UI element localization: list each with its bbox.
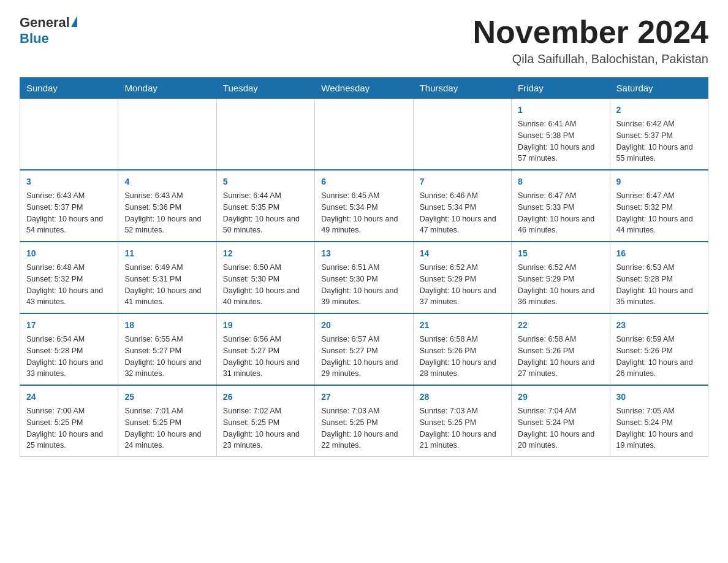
day-info-line: Daylight: 10 hours and 21 minutes. — [420, 429, 505, 452]
calendar-cell: 8Sunrise: 6:47 AMSunset: 5:33 PMDaylight… — [512, 170, 610, 242]
page-header: General Blue November 2024 Qila Saifulla… — [20, 15, 708, 66]
title-block: November 2024 Qila Saifullah, Balochista… — [473, 15, 708, 66]
calendar-cell: 28Sunrise: 7:03 AMSunset: 5:25 PMDayligh… — [413, 385, 511, 457]
calendar-week-row: 24Sunrise: 7:00 AMSunset: 5:25 PMDayligh… — [20, 385, 708, 457]
day-info-line: Sunset: 5:34 PM — [420, 202, 505, 213]
day-number: 16 — [616, 247, 702, 260]
day-info-line: Daylight: 10 hours and 23 minutes. — [223, 429, 308, 452]
day-number: 14 — [420, 247, 505, 260]
logo-blue-text: Blue — [20, 31, 49, 47]
day-info-line: Sunrise: 6:53 AM — [616, 262, 702, 274]
day-info-line: Daylight: 10 hours and 44 minutes. — [616, 213, 702, 237]
calendar-cell: 12Sunrise: 6:50 AMSunset: 5:30 PMDayligh… — [216, 242, 314, 313]
day-info-line: Daylight: 10 hours and 47 minutes. — [420, 213, 505, 237]
day-info-line: Daylight: 10 hours and 27 minutes. — [518, 357, 603, 380]
day-info-line: Daylight: 10 hours and 40 minutes. — [223, 285, 308, 308]
day-number: 8 — [518, 175, 603, 188]
day-number: 1 — [518, 104, 603, 117]
day-info-line: Sunset: 5:26 PM — [420, 345, 505, 357]
logo-triangle-icon — [71, 16, 77, 27]
day-info-line: Sunrise: 6:47 AM — [518, 190, 603, 202]
col-header-sunday: Sunday — [20, 78, 118, 99]
day-info-line: Daylight: 10 hours and 49 minutes. — [321, 213, 406, 237]
day-info-line: Sunset: 5:28 PM — [26, 345, 112, 357]
day-info-line: Sunset: 5:33 PM — [518, 202, 603, 213]
calendar-cell — [20, 99, 118, 170]
calendar-week-row: 3Sunrise: 6:43 AMSunset: 5:37 PMDaylight… — [20, 170, 708, 242]
day-info-line: Sunrise: 6:52 AM — [518, 262, 603, 274]
day-info-line: Sunrise: 6:59 AM — [616, 334, 702, 345]
day-info-line: Daylight: 10 hours and 39 minutes. — [321, 285, 406, 308]
day-info-line: Sunset: 5:34 PM — [321, 202, 406, 213]
day-info-line: Sunset: 5:25 PM — [420, 417, 505, 429]
day-info-line: Daylight: 10 hours and 36 minutes. — [518, 285, 603, 308]
calendar-cell: 30Sunrise: 7:05 AMSunset: 5:24 PMDayligh… — [610, 385, 708, 457]
calendar-cell: 14Sunrise: 6:52 AMSunset: 5:29 PMDayligh… — [413, 242, 511, 313]
col-header-monday: Monday — [118, 78, 216, 99]
day-info-line: Sunrise: 6:43 AM — [124, 190, 210, 202]
day-info-line: Daylight: 10 hours and 20 minutes. — [518, 429, 603, 452]
day-info-line: Daylight: 10 hours and 24 minutes. — [124, 429, 210, 452]
calendar-week-row: 10Sunrise: 6:48 AMSunset: 5:32 PMDayligh… — [20, 242, 708, 313]
calendar-cell — [413, 99, 511, 170]
day-info-line: Sunset: 5:25 PM — [321, 417, 406, 429]
day-info-line: Sunset: 5:27 PM — [321, 345, 406, 357]
day-number: 5 — [223, 175, 308, 188]
day-info-line: Sunset: 5:28 PM — [616, 274, 702, 285]
calendar-cell: 20Sunrise: 6:57 AMSunset: 5:27 PMDayligh… — [315, 313, 413, 385]
day-info-line: Sunset: 5:29 PM — [518, 274, 603, 285]
calendar-cell: 3Sunrise: 6:43 AMSunset: 5:37 PMDaylight… — [20, 170, 118, 242]
day-info-line: Sunset: 5:32 PM — [616, 202, 702, 213]
day-info-line: Sunrise: 6:54 AM — [26, 334, 112, 345]
day-number: 17 — [26, 319, 112, 332]
day-info-line: Sunset: 5:38 PM — [518, 130, 603, 142]
day-info-line: Sunrise: 7:03 AM — [420, 405, 505, 417]
day-info-line: Sunrise: 6:56 AM — [223, 334, 308, 345]
day-info-line: Sunset: 5:25 PM — [26, 417, 112, 429]
col-header-thursday: Thursday — [413, 78, 511, 99]
calendar-cell: 6Sunrise: 6:45 AMSunset: 5:34 PMDaylight… — [315, 170, 413, 242]
day-info-line: Sunrise: 7:04 AM — [518, 405, 603, 417]
day-info-line: Sunrise: 6:42 AM — [616, 118, 702, 130]
day-info-line: Daylight: 10 hours and 52 minutes. — [124, 213, 210, 237]
day-number: 9 — [616, 175, 702, 188]
day-info-line: Sunrise: 6:44 AM — [223, 190, 308, 202]
day-info-line: Daylight: 10 hours and 37 minutes. — [420, 285, 505, 308]
day-info-line: Sunset: 5:30 PM — [321, 274, 406, 285]
day-info-line: Sunset: 5:32 PM — [26, 274, 112, 285]
day-number: 29 — [518, 391, 603, 404]
day-info-line: Sunrise: 7:03 AM — [321, 405, 406, 417]
day-info-line: Daylight: 10 hours and 46 minutes. — [518, 213, 603, 237]
location-title: Qila Saifullah, Balochistan, Pakistan — [473, 52, 708, 66]
day-info-line: Sunrise: 6:57 AM — [321, 334, 406, 345]
calendar-cell — [315, 99, 413, 170]
day-info-line: Sunset: 5:26 PM — [518, 345, 603, 357]
calendar-week-row: 17Sunrise: 6:54 AMSunset: 5:28 PMDayligh… — [20, 313, 708, 385]
calendar-cell: 25Sunrise: 7:01 AMSunset: 5:25 PMDayligh… — [118, 385, 216, 457]
calendar-cell: 19Sunrise: 6:56 AMSunset: 5:27 PMDayligh… — [216, 313, 314, 385]
day-number: 26 — [223, 391, 308, 404]
day-info-line: Sunrise: 6:41 AM — [518, 118, 603, 130]
day-number: 30 — [616, 391, 702, 404]
day-number: 6 — [321, 175, 406, 188]
day-info-line: Sunset: 5:24 PM — [616, 417, 702, 429]
day-info-line: Sunset: 5:25 PM — [223, 417, 308, 429]
day-info-line: Sunrise: 6:49 AM — [124, 262, 210, 274]
calendar-cell: 2Sunrise: 6:42 AMSunset: 5:37 PMDaylight… — [610, 99, 708, 170]
day-info-line: Daylight: 10 hours and 35 minutes. — [616, 285, 702, 308]
calendar-cell: 17Sunrise: 6:54 AMSunset: 5:28 PMDayligh… — [20, 313, 118, 385]
day-number: 19 — [223, 319, 308, 332]
day-info-line: Daylight: 10 hours and 29 minutes. — [321, 357, 406, 380]
day-info-line: Sunrise: 6:46 AM — [420, 190, 505, 202]
day-number: 7 — [420, 175, 505, 188]
day-info-line: Daylight: 10 hours and 50 minutes. — [223, 213, 308, 237]
calendar-week-row: 1Sunrise: 6:41 AMSunset: 5:38 PMDaylight… — [20, 99, 708, 170]
logo: General Blue — [20, 15, 78, 47]
calendar-cell: 10Sunrise: 6:48 AMSunset: 5:32 PMDayligh… — [20, 242, 118, 313]
calendar-cell: 7Sunrise: 6:46 AMSunset: 5:34 PMDaylight… — [413, 170, 511, 242]
day-number: 25 — [124, 391, 210, 404]
day-number: 23 — [616, 319, 702, 332]
calendar-cell: 5Sunrise: 6:44 AMSunset: 5:35 PMDaylight… — [216, 170, 314, 242]
day-info-line: Sunset: 5:30 PM — [223, 274, 308, 285]
col-header-tuesday: Tuesday — [216, 78, 314, 99]
